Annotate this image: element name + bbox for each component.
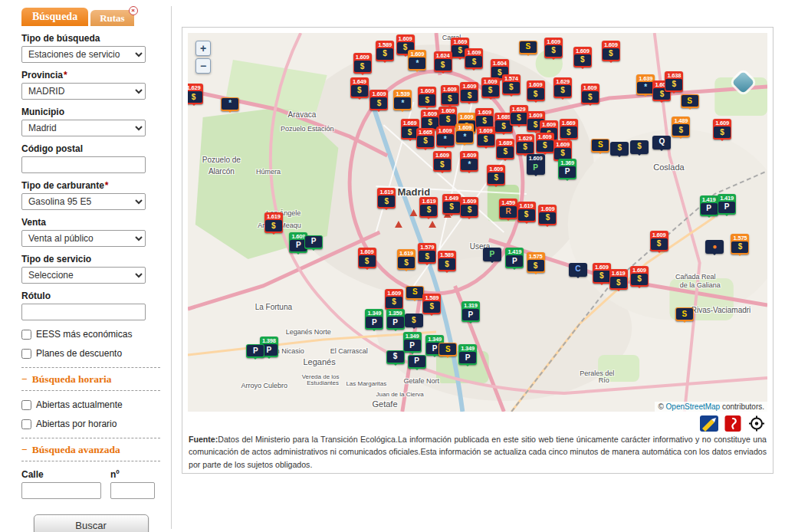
station-price-marker[interactable]: 1.609$ <box>477 126 495 147</box>
station-price-marker[interactable]: 1.609$ <box>544 38 563 58</box>
station-price-marker[interactable]: S <box>675 307 694 321</box>
section-busqueda-avanzada[interactable]: −Búsqueda avanzada <box>21 438 160 461</box>
map-canvas[interactable]: CarralAravacaPozuelo EstaciónPozuelo deA… <box>188 33 767 412</box>
station-price-marker[interactable]: 1.609$ <box>418 87 436 107</box>
municipio-select[interactable]: Madrid <box>21 120 146 136</box>
station-price-marker[interactable]: P <box>483 248 501 261</box>
station-price-marker[interactable]: C <box>569 263 587 277</box>
station-price-marker[interactable]: 1.629$ <box>553 77 572 98</box>
station-price-marker[interactable]: $ <box>386 350 405 364</box>
station-price-marker[interactable]: S <box>406 286 424 300</box>
station-price-marker[interactable]: 1.575$ <box>527 252 545 273</box>
zoom-out-button[interactable]: − <box>195 58 211 74</box>
checkbox-abiertas-actualmente[interactable]: Abiertas actualmente <box>21 399 160 410</box>
locate-target-icon[interactable] <box>747 415 766 432</box>
abiertas-actualmente-checkbox[interactable] <box>21 400 31 410</box>
tipo-busqueda-select[interactable]: Estaciones de servicio <box>21 46 146 63</box>
station-price-marker[interactable]: 1.665$ <box>416 128 435 149</box>
station-price-marker[interactable]: 1.609$ <box>370 90 388 110</box>
tipo-servicio-select[interactable]: Seleccione <box>21 267 146 284</box>
station-price-marker[interactable]: 1.609$ <box>433 151 452 172</box>
station-price-marker[interactable]: 1.619$ <box>517 202 536 222</box>
collapse-icon[interactable]: − <box>21 444 28 455</box>
station-price-marker[interactable]: 1.369P <box>558 159 576 179</box>
station-price-marker[interactable]: S <box>519 41 537 54</box>
station-price-marker[interactable]: 1.629$ <box>188 84 203 104</box>
station-price-marker[interactable]: ● <box>705 240 724 254</box>
eess-economicas-checkbox[interactable] <box>21 330 31 340</box>
station-price-marker[interactable]: 1.609* <box>436 126 455 147</box>
station-price-marker[interactable]: 1.624$ <box>434 51 452 72</box>
station-price-marker[interactable]: 1.609$ <box>358 248 376 268</box>
station-price-marker[interactable]: 1.609$ <box>650 231 668 251</box>
station-price-marker[interactable]: 1.638$ <box>665 71 683 92</box>
station-price-marker[interactable]: 1.349P <box>403 332 422 353</box>
abiertas-horario-checkbox[interactable] <box>21 419 31 429</box>
codigo-postal-input[interactable] <box>21 156 146 173</box>
station-price-marker[interactable]: 1.619$ <box>264 212 283 233</box>
station-price-marker[interactable]: 1.609$ <box>441 85 459 106</box>
station-price-marker[interactable]: 1.359P <box>386 309 405 330</box>
station-price-marker[interactable]: 1.609$ <box>438 107 457 127</box>
station-price-marker[interactable]: S <box>438 343 457 356</box>
station-price-marker[interactable]: 1.579$ <box>418 243 436 264</box>
tipo-carburante-select[interactable]: Gasolina 95 E5 <box>21 193 146 210</box>
station-price-marker[interactable]: 1.609$ <box>602 41 620 61</box>
provincia-select[interactable]: MADRID <box>21 83 146 100</box>
station-price-marker[interactable]: 1.619$ <box>397 249 415 270</box>
station-price-marker[interactable]: P <box>408 355 426 369</box>
station-price-marker[interactable]: 1.619$ <box>419 197 438 218</box>
station-price-marker[interactable]: 1.619$ <box>377 188 396 209</box>
station-price-marker[interactable]: 1.609* <box>460 151 478 172</box>
brush-icon[interactable] <box>700 415 718 432</box>
station-price-marker[interactable]: * <box>221 97 239 111</box>
station-price-marker[interactable]: 1.319P <box>461 301 480 322</box>
checkbox-planes-descuento[interactable]: Planes de descuento <box>21 348 160 359</box>
station-price-marker[interactable]: 1.619$ <box>609 269 628 290</box>
station-price-marker[interactable]: 1.629$ <box>516 134 534 155</box>
buscar-button[interactable]: Buscar <box>34 514 149 532</box>
station-price-marker[interactable]: 1.609$ <box>630 266 649 287</box>
station-price-marker[interactable]: 1.419P <box>700 195 718 216</box>
station-price-marker[interactable]: 1.669$ <box>560 119 578 140</box>
station-price-marker[interactable]: 1.649$ <box>442 194 461 215</box>
layers-control[interactable] <box>732 71 755 94</box>
station-price-marker[interactable]: 1.609$ <box>527 80 545 101</box>
station-price-marker[interactable]: 1.609$ <box>487 165 505 186</box>
station-price-marker[interactable]: 1.609$ <box>593 263 611 284</box>
station-price-marker[interactable]: 1.609$ <box>475 108 494 129</box>
station-price-marker[interactable]: 1.609P <box>527 154 545 175</box>
tab-rutas[interactable]: Rutas × <box>90 10 134 26</box>
tab-busqueda[interactable]: Búsqueda <box>21 8 88 26</box>
calle-input[interactable] <box>21 482 101 499</box>
station-price-marker[interactable]: 1.609$ <box>481 77 500 98</box>
station-price-marker[interactable]: 1.589$ <box>376 41 394 61</box>
station-price-marker[interactable]: $ <box>630 140 649 154</box>
station-price-marker[interactable]: 1.574$ <box>502 74 521 95</box>
station-price-marker[interactable]: 1.349P <box>365 309 383 330</box>
station-price-marker[interactable]: 1.609$ <box>538 205 557 225</box>
station-price-marker[interactable]: 1.609$ <box>573 47 592 67</box>
pdf-icon[interactable] <box>724 415 742 432</box>
station-price-marker[interactable]: Q <box>652 136 671 149</box>
station-price-marker[interactable]: 1.609$ <box>553 140 572 161</box>
station-price-marker[interactable]: S <box>681 94 699 108</box>
station-price-marker[interactable]: $ <box>610 142 629 156</box>
layers-diamond-icon[interactable] <box>732 71 755 94</box>
numero-input[interactable] <box>110 482 155 499</box>
station-price-marker[interactable]: 1.489$ <box>672 117 690 137</box>
station-price-marker[interactable]: 1.589$ <box>422 294 441 314</box>
rotulo-input[interactable] <box>21 304 146 320</box>
station-price-marker[interactable]: 1.539* <box>393 90 412 110</box>
station-price-marker[interactable]: P <box>304 235 323 249</box>
station-price-marker[interactable]: 1.609* <box>408 50 426 71</box>
station-price-marker[interactable]: 1.609$ <box>353 53 372 74</box>
station-price-marker[interactable]: 1.419P <box>505 248 524 268</box>
openstreetmap-link[interactable]: OpenStreetMap <box>666 402 721 411</box>
station-price-marker[interactable]: 1.609$ <box>385 289 403 310</box>
station-price-marker[interactable]: 1.609$ <box>536 133 554 153</box>
station-price-marker[interactable]: 1.609$ <box>460 82 478 103</box>
station-price-marker[interactable]: 1.609$ <box>465 48 483 69</box>
station-price-marker[interactable]: 1.589$ <box>438 251 456 271</box>
collapse-icon[interactable]: − <box>21 373 28 385</box>
